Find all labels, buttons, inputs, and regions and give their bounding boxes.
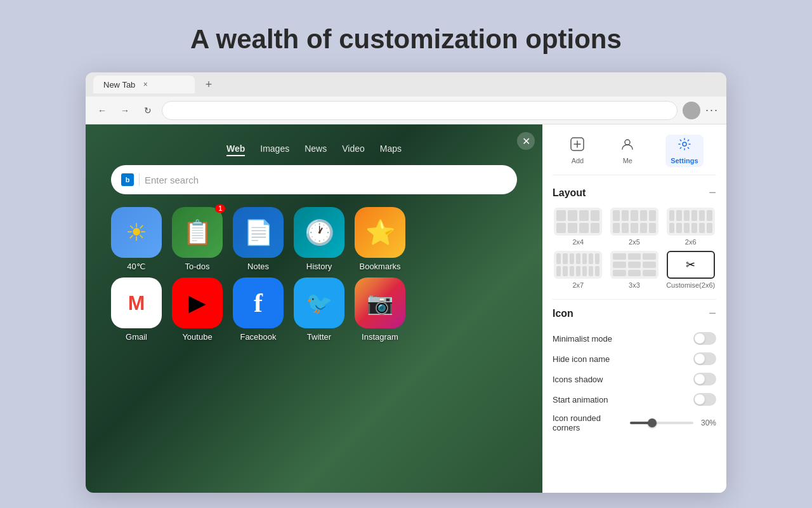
close-newtab-button[interactable]: ✕ [517,132,535,150]
search-tab-images[interactable]: Images [260,144,289,156]
browser-window: New Tab × + ← → ↻ ··· ✕ Web Images News … [86,72,726,493]
app-weather[interactable]: ☀ 40℃ [111,207,162,271]
search-tab-video[interactable]: Video [342,144,365,156]
minimalist-mode-toggle[interactable] [693,332,716,345]
icon-section-collapse[interactable]: − [709,306,716,321]
layout-option-2x6[interactable]: 2x6 [665,208,716,246]
layout-label-2x6: 2x6 [685,238,697,246]
tab-close-button[interactable]: × [140,79,150,90]
panel-nav-me[interactable]: Me [615,135,639,167]
icon-section-header: Icon − [553,306,716,321]
customise-preview: ✂ [667,251,715,279]
rounded-corners-slider-thumb[interactable] [648,418,657,427]
section-divider [553,299,716,300]
icons-shadow-label: Icons shadow [553,375,603,384]
minimalist-mode-label: Minimalist mode [553,334,612,344]
app-bookmarks[interactable]: ⭐ Bookmarks [355,207,405,271]
address-bar[interactable] [162,101,678,120]
history-label: History [306,262,332,271]
search-box: b Enter search [111,165,517,194]
layout-preview-2x4 [554,208,602,236]
search-divider [139,173,140,186]
layout-collapse-button[interactable]: − [709,185,716,200]
weather-label: 40℃ [127,262,145,271]
rounded-corners-slider-fill [630,422,649,424]
profile-avatar[interactable] [683,102,700,119]
history-icon-bg: 🕐 [294,207,344,258]
add-icon [570,137,584,154]
notes-symbol: 📄 [244,218,273,246]
panel-nav: Add Me Settings [553,135,716,175]
app-todos[interactable]: 📋 1 To-dos [172,207,223,271]
browser-tab[interactable]: New Tab × [93,76,195,93]
youtube-icon-bg: ▶ [172,277,223,328]
todos-badge: 1 [215,204,225,213]
icon-section-title: Icon [553,308,573,319]
browser-titlebar: New Tab × + [86,72,726,97]
notes-icon-bg: 📄 [233,207,284,258]
start-animation-toggle[interactable] [693,393,716,406]
search-input[interactable]: Enter search [145,175,507,185]
hide-icon-name-toggle[interactable] [693,352,716,365]
layout-label-3x3: 3x3 [629,281,640,289]
search-tab-news[interactable]: News [304,144,327,156]
layout-option-2x7[interactable]: 2x7 [553,251,604,289]
start-animation-row: Start animation [553,389,716,410]
icons-shadow-row: Icons shadow [553,369,716,389]
search-tab-web[interactable]: Web [226,144,245,156]
panel-nav-add[interactable]: Add [565,135,589,167]
bookmarks-symbol: ⭐ [365,218,395,246]
layout-preview-2x5 [610,208,658,236]
twitter-label: Twitter [307,332,331,342]
layout-option-2x4[interactable]: 2x4 [553,208,604,246]
gmail-icon-bg: M [111,277,162,328]
app-gmail[interactable]: M Gmail [111,277,162,342]
weather-icon-bg: ☀ [111,207,162,258]
rounded-corners-label: Icon rounded corners [553,413,625,432]
facebook-symbol: f [254,288,263,318]
panel-nav-settings-label: Settings [671,157,698,164]
forward-button[interactable]: → [116,102,134,119]
app-youtube[interactable]: ▶ Youtube [172,277,223,342]
layout-preview-2x6 [667,208,715,236]
todos-label: To-dos [185,262,209,271]
instagram-symbol: 📷 [367,290,393,316]
layout-label-2x5: 2x5 [629,238,640,246]
layout-option-3x3[interactable]: 3x3 [609,251,660,289]
facebook-icon-bg: f [233,277,284,328]
search-tab-maps[interactable]: Maps [380,144,402,156]
new-tab-button[interactable]: + [200,76,218,93]
panel-nav-me-label: Me [623,157,632,164]
svg-point-1 [625,140,630,145]
hide-icon-name-row: Hide icon name [553,349,716,369]
start-animation-label: Start animation [553,395,608,404]
layout-title: Layout [553,187,586,199]
app-history[interactable]: 🕐 History [294,207,344,271]
layout-option-customise[interactable]: ✂ Customise(2x6) [665,251,716,289]
weather-symbol: ☀ [126,218,147,246]
twitter-icon-bg: 🐦 [294,277,344,328]
app-notes[interactable]: 📄 Notes [233,207,284,271]
back-button[interactable]: ← [93,102,111,119]
settings-icon [678,137,691,154]
app-instagram[interactable]: 📷 Instagram [355,277,405,342]
youtube-symbol: ▶ [188,290,206,316]
panel-nav-settings[interactable]: Settings [665,135,703,167]
rounded-corners-slider-track [630,422,693,424]
layout-option-2x5[interactable]: 2x5 [609,208,660,246]
layout-section-header: Layout − [553,185,716,200]
notes-label: Notes [247,262,269,271]
app-twitter[interactable]: 🐦 Twitter [294,277,344,342]
me-icon [620,137,634,154]
page-title: A wealth of customization options [190,24,622,55]
refresh-button[interactable]: ↻ [139,102,157,119]
app-facebook[interactable]: f Facebook [233,277,284,342]
rounded-corners-row: Icon rounded corners 30% [553,410,716,436]
settings-panel: Add Me Settings Layout − [542,124,726,493]
youtube-label: Youtube [182,332,212,342]
twitter-symbol: 🐦 [306,290,332,316]
icons-shadow-toggle[interactable] [693,373,716,385]
browser-toolbar: ← → ↻ ··· [86,97,726,124]
browser-menu-button[interactable]: ··· [705,104,719,117]
icons-row-2: M Gmail ▶ Youtube f [105,277,523,342]
